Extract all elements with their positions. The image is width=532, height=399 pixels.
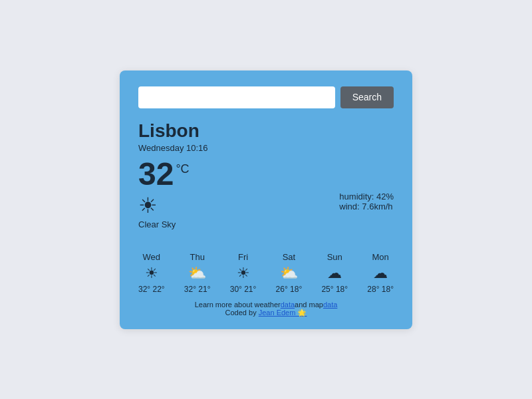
current-weather-icon: ☀	[138, 193, 190, 218]
current-section: 32 °C ☀ Clear Sky humidity: 42% wind: 7.…	[138, 158, 394, 236]
temperature: 32	[138, 158, 174, 190]
search-button[interactable]: Search	[340, 86, 394, 108]
forecast-day: Thu⛅32° 21°	[184, 252, 211, 294]
forecast-day-icon: ☁	[327, 265, 342, 282]
forecast-day-icon: ⛅	[188, 265, 206, 282]
forecast-day-icon: ☁	[373, 265, 388, 282]
footer-link1[interactable]: data	[281, 301, 295, 309]
forecast-day-temps: 25° 18°	[321, 285, 348, 294]
forecast-day-name: Wed	[143, 252, 161, 262]
forecast-day-name: Fri	[238, 252, 248, 262]
forecast-day-name: Sun	[327, 252, 342, 262]
humidity: humidity: 42%	[339, 192, 394, 201]
search-input[interactable]: Lisbon	[138, 86, 335, 108]
forecast-day: Sun☁25° 18°	[321, 252, 348, 294]
forecast-day: Mon☁28° 18°	[367, 252, 394, 294]
current-details: humidity: 42% wind: 7.6km/h	[339, 192, 394, 211]
forecast-day-name: Thu	[190, 252, 204, 262]
forecast-day-icon: ☀	[237, 265, 250, 282]
forecast-day: Sat⛅26° 18°	[276, 252, 303, 294]
datetime: Wednesday 10:16	[138, 143, 394, 153]
weather-card: Lisbon Search Lisbon Wednesday 10:16 32 …	[120, 70, 412, 329]
forecast-day: Fri☀30° 21°	[230, 252, 257, 294]
forecast-day-temps: 32° 21°	[184, 285, 211, 294]
forecast-day-temps: 32° 22°	[138, 285, 165, 294]
wind: wind: 7.6km/h	[339, 201, 394, 211]
footer: Learn more about weatherdataand mapdata …	[138, 301, 394, 317]
temp-unit: °C	[176, 162, 189, 176]
temp-row: 32 °C	[138, 158, 190, 190]
footer-learn: Learn more about weather	[195, 301, 281, 309]
forecast-day-name: Mon	[372, 252, 388, 262]
forecast-day-temps: 30° 21°	[230, 285, 257, 294]
footer-link2[interactable]: data	[323, 301, 337, 309]
footer-author[interactable]: Jean Edem 🌟	[259, 309, 307, 317]
footer-coded-by: Coded by	[225, 309, 259, 317]
current-left: 32 °C ☀ Clear Sky	[138, 158, 190, 236]
forecast-day-temps: 28° 18°	[367, 285, 394, 294]
condition-label: Clear Sky	[138, 219, 190, 229]
footer-and: and map	[295, 301, 323, 309]
forecast-day: Wed☀32° 22°	[138, 252, 165, 294]
forecast-day-icon: ⛅	[280, 265, 298, 282]
forecast-day-name: Sat	[283, 252, 296, 262]
forecast-day-icon: ☀	[145, 265, 158, 282]
forecast-row: Wed☀32° 22°Thu⛅32° 21°Fri☀30° 21°Sat⛅26°…	[138, 247, 394, 294]
search-row: Lisbon Search	[138, 86, 394, 108]
city-name: Lisbon	[138, 120, 394, 142]
forecast-day-temps: 26° 18°	[276, 285, 303, 294]
